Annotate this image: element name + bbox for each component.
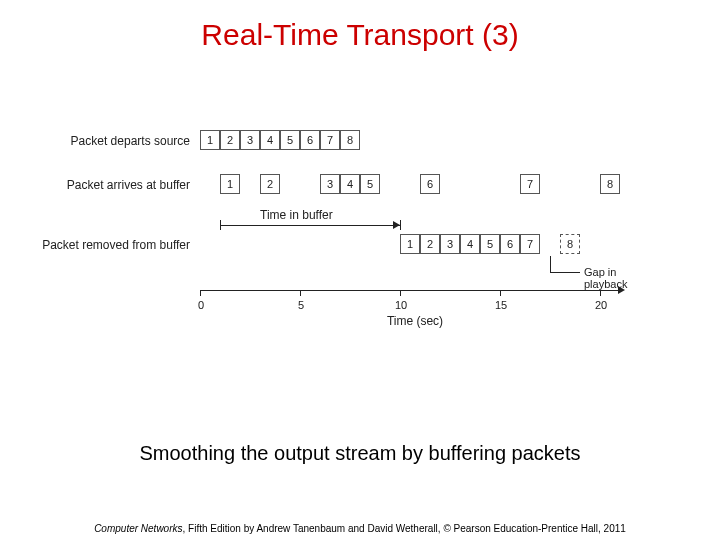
- tick: [400, 290, 401, 296]
- time-in-buffer-line: [220, 225, 400, 226]
- row-label-remove: Packet removed from buffer: [10, 238, 190, 252]
- packet-cell: 7: [320, 130, 340, 150]
- packet-cell: 1: [200, 130, 220, 150]
- packet-cell-late: 8: [560, 234, 580, 254]
- buffering-diagram: Packet departs source 1 2 3 4 5 6 7 8 Pa…: [60, 130, 660, 390]
- tick-label: 0: [194, 299, 208, 311]
- slide-title: Real-Time Transport (3): [0, 18, 720, 52]
- gap-line-icon: [550, 272, 580, 273]
- packet-cell: 6: [500, 234, 520, 254]
- packet-cell: 4: [340, 174, 360, 194]
- row-label-depart: Packet departs source: [20, 134, 190, 148]
- packet-cell: 5: [480, 234, 500, 254]
- packet-cell: 3: [320, 174, 340, 194]
- tick: [200, 290, 201, 296]
- packet-cell: 6: [420, 174, 440, 194]
- tick: [500, 290, 501, 296]
- axis-arrow-icon: [618, 286, 625, 294]
- time-in-buffer-right-bar: [400, 220, 401, 230]
- row-label-arrive: Packet arrives at buffer: [20, 178, 190, 192]
- tick-label: 15: [492, 299, 510, 311]
- tick-label: 10: [392, 299, 410, 311]
- time-in-buffer-arrow-icon: [393, 221, 400, 229]
- axis-label: Time (sec): [200, 314, 630, 328]
- packet-cell: 7: [520, 234, 540, 254]
- packet-cell: 1: [220, 174, 240, 194]
- packet-cell: 2: [420, 234, 440, 254]
- packet-cell: 3: [440, 234, 460, 254]
- packet-cell: 4: [460, 234, 480, 254]
- packet-cell: 6: [300, 130, 320, 150]
- footer: Computer Networks, Fifth Edition by Andr…: [0, 523, 720, 534]
- tick-label: 5: [294, 299, 308, 311]
- packet-cell: 2: [220, 130, 240, 150]
- packet-cell: 4: [260, 130, 280, 150]
- tick-label: 20: [592, 299, 610, 311]
- axis-line: [200, 290, 620, 291]
- packet-cell: 3: [240, 130, 260, 150]
- packet-cell: 8: [600, 174, 620, 194]
- packet-cell: 5: [360, 174, 380, 194]
- time-in-buffer-label: Time in buffer: [260, 208, 333, 222]
- packet-cell: 2: [260, 174, 280, 194]
- footer-book-title: Computer Networks: [94, 523, 182, 534]
- slide-caption: Smoothing the output stream by buffering…: [0, 442, 720, 465]
- packet-cell: 7: [520, 174, 540, 194]
- packet-cell: 8: [340, 130, 360, 150]
- packet-cell: 5: [280, 130, 300, 150]
- tick: [300, 290, 301, 296]
- packet-cell: 1: [400, 234, 420, 254]
- footer-rest: , Fifth Edition by Andrew Tanenbaum and …: [183, 523, 626, 534]
- tick: [600, 290, 601, 296]
- gap-hook-icon: [550, 256, 551, 272]
